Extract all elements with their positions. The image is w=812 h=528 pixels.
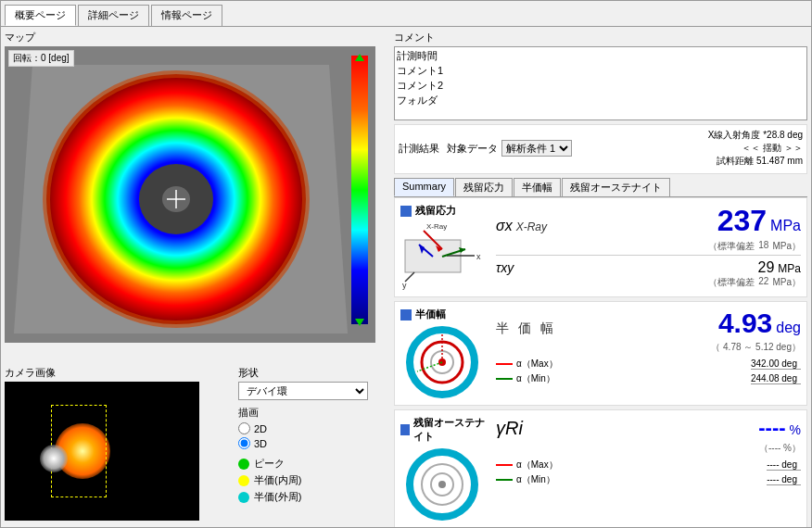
- shape-select[interactable]: デバイ環: [238, 382, 368, 400]
- aus-gamma: γRi: [496, 418, 523, 439]
- xray-angle: X線入射角度 *28.8 deg ＜＜ 揺動 ＞＞ 試料距離 51.487 mm: [708, 129, 803, 168]
- main-content: マップ 回転：0 [deg]: [1, 27, 811, 527]
- tab-overview[interactable]: 概要ページ: [5, 5, 76, 26]
- tab-summary[interactable]: Summary: [394, 178, 454, 196]
- svg-text:X-Ray: X-Ray: [426, 222, 447, 231]
- radio-2d[interactable]: 2D: [238, 422, 387, 434]
- aus-alpha-min-value: ---- deg: [767, 474, 801, 485]
- hw-title: 半価幅: [415, 308, 446, 321]
- tab-detail[interactable]: 詳細ページ: [78, 5, 149, 26]
- aus-alpha-max-row: α（Max） ---- deg: [496, 459, 801, 471]
- hw-unit: deg: [776, 320, 801, 336]
- bottom-left: カメラ画像 形状 デバイ環 描画: [5, 366, 387, 523]
- legend-outer-label: 半価(外周): [254, 490, 301, 504]
- peak-icon: [238, 459, 249, 470]
- hw-diagram-svg: [400, 325, 484, 399]
- aus-green-line: [496, 479, 513, 481]
- target-select[interactable]: 解析条件 1: [501, 140, 572, 157]
- colorbar: [351, 56, 368, 324]
- aus-alpha-max-label: α（Max）: [516, 459, 558, 471]
- outer-icon: [238, 492, 249, 503]
- tab-info[interactable]: 情報ページ: [151, 5, 222, 26]
- donut-canvas: [14, 56, 348, 343]
- sigma-unit: MPa: [770, 218, 801, 234]
- meas-row: 計測結果 対象データ 解析条件 1 X線入射角度 *28.8 deg ＜＜ 揺動…: [399, 129, 803, 168]
- svg-point-29: [438, 481, 446, 488]
- sigma-label: σx: [496, 218, 513, 234]
- camera-image: [5, 382, 199, 521]
- map-section: マップ 回転：0 [deg]: [5, 31, 387, 362]
- legend-inner: 半価(内周): [238, 473, 387, 487]
- tab-bar: 概要ページ 詳細ページ 情報ページ: [1, 1, 811, 27]
- hw-blue-rect: [400, 309, 412, 321]
- camera-section: カメラ画像: [5, 366, 235, 523]
- tau-row: τxy 29 MPa: [496, 259, 801, 276]
- aus-alpha-max-value: ---- deg: [767, 459, 801, 471]
- hw-alpha-min-label: α（Min）: [516, 372, 555, 385]
- tab-residual-stress[interactable]: 残留応力: [455, 178, 513, 196]
- hw-alpha-max-label: α（Max）: [516, 358, 558, 371]
- hw-alpha-max-row: α（Max） 342.00 deg: [496, 358, 801, 371]
- aus-pct-range: （---- %）: [496, 442, 801, 455]
- tau-std-value: 22: [758, 276, 768, 289]
- legend-group: ピーク 半価(内周) 半価(外周): [238, 457, 387, 504]
- hw-alpha-min-row: α（Min） 244.08 deg: [496, 372, 801, 385]
- tau-unit: MPa: [778, 262, 801, 275]
- inner-icon: [238, 475, 249, 486]
- tau-std-row: （標準偏差 22 MPa）: [496, 276, 801, 289]
- xray-sub: X-Ray: [516, 220, 547, 233]
- half-width-card: 半価幅: [394, 301, 807, 406]
- shape-section: 形状 デバイ環 描画 2D 3D: [238, 366, 387, 523]
- measurement-section: 計測結果 対象データ 解析条件 1 X線入射角度 *28.8 deg ＜＜ 揺動…: [394, 124, 807, 174]
- sigma-std-row: （標準偏差 18 MPa）: [496, 240, 801, 256]
- aus-alpha-min-row: α（Min） ---- deg: [496, 473, 801, 486]
- hw-range: （ 4.78 ～ 5.12 deg）: [496, 341, 801, 354]
- aus-alpha-min-label: α（Min）: [516, 473, 555, 486]
- stress-diagram-svg: x y: [400, 221, 484, 291]
- sigma-row: σx X-Ray 237 MPa: [496, 204, 801, 238]
- shape-label: 形状: [238, 366, 387, 380]
- tau-std-label: （標準偏差: [708, 276, 755, 289]
- results-content: 残留応力 x y: [394, 197, 807, 527]
- aus-diagram-svg: [400, 447, 484, 522]
- stress-left: 残留応力 x y: [400, 204, 488, 291]
- main-window: 概要ページ 詳細ページ 情報ページ マップ 回転：0 [deg]: [0, 0, 812, 528]
- map-label: マップ: [5, 31, 387, 44]
- tau-label: τxy: [496, 260, 514, 275]
- radio-3d[interactable]: 3D: [238, 437, 387, 449]
- aus-title-row: 残留オーステナイト: [400, 416, 488, 444]
- svg-text:x: x: [476, 252, 481, 261]
- colorbar-arrow-bottom: [355, 319, 364, 326]
- aus-blue-rect: [400, 424, 410, 435]
- hw-title-row: 半価幅: [400, 308, 446, 321]
- hw-alpha-min-value: 244.08 deg: [751, 373, 801, 384]
- stress-blue-rect: [400, 206, 412, 217]
- right-panel: コメント 計測時間 コメント1 コメント2 フォルダ 計測結果 対象データ 解析…: [390, 27, 811, 527]
- comment-label: コメント: [394, 31, 807, 44]
- colorbar-arrow-top: [355, 54, 364, 61]
- legend-outer: 半価(外周): [238, 490, 387, 504]
- camera-label: カメラ画像: [5, 366, 235, 380]
- results-tabs: Summary 残留応力 半価幅 残留オーステナイト: [394, 178, 807, 197]
- tab-austenite[interactable]: 残留オーステナイト: [562, 178, 670, 196]
- draw-radio-group: 2D 3D: [238, 422, 387, 449]
- comment-item-3: フォルダ: [397, 94, 805, 107]
- comment-item-0: 計測時間: [397, 49, 805, 63]
- aus-red-line: [496, 464, 513, 466]
- stress-title-row: 残留応力: [400, 204, 456, 218]
- sigma-value: 237: [717, 204, 767, 238]
- hw-left: 半価幅: [400, 308, 488, 399]
- stress-map-svg: [14, 56, 348, 343]
- comment-item-2: コメント2: [397, 79, 805, 93]
- aus-unit: %: [790, 422, 801, 437]
- legend-peak-label: ピーク: [254, 457, 285, 471]
- aus-value: ----: [758, 416, 785, 440]
- comment-box[interactable]: 計測時間 コメント1 コメント2 フォルダ: [394, 46, 807, 120]
- stress-values: σx X-Ray 237 MPa （標準偏差 18 MPa）: [496, 204, 801, 289]
- tab-half-width[interactable]: 半価幅: [514, 178, 561, 196]
- hw-red-line: [496, 363, 513, 365]
- aus-title: 残留オーステナイト: [413, 416, 488, 444]
- legend-peak: ピーク: [238, 457, 387, 471]
- left-panel: マップ 回転：0 [deg]: [1, 27, 390, 527]
- tau-std-unit: MPa）: [772, 276, 801, 289]
